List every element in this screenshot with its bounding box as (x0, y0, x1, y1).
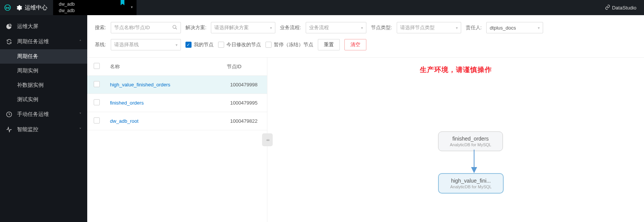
sidebar-label: 手动任务运维 (17, 111, 49, 118)
svg-point-1 (173, 25, 176, 28)
owner-select[interactable]: dtplus_docs▾ (486, 22, 543, 33)
search-label: 搜索: (95, 24, 106, 31)
row-checkbox[interactable] (94, 81, 100, 87)
production-warning: 生产环境，请谨慎操作 (420, 65, 492, 74)
modified-today-checkbox[interactable]: 今日修改的节点 (218, 41, 261, 48)
chevron-down-icon: ▾ (176, 43, 177, 47)
col-name-header: 名称 (106, 58, 207, 76)
top-bar: 运维中心 dw_adb dw_adb ▾ DataStudio (0, 0, 644, 15)
solution-label: 解决方案: (185, 24, 207, 31)
reset-button[interactable]: 重置 (318, 39, 340, 50)
tab-line2: dw_adb (59, 8, 131, 14)
chevron-down-icon: ▾ (456, 26, 458, 30)
checkbox-icon: ✓ (185, 42, 192, 48)
task-id: 1000479995 (207, 94, 267, 112)
settings-icon[interactable] (15, 4, 23, 11)
sidebar-label: 运维大屏 (17, 23, 38, 30)
my-nodes-checkbox[interactable]: ✓我的节点 (185, 41, 214, 48)
solution-select[interactable]: 请选择解决方案▾ (211, 22, 275, 33)
chevron-down-icon: ▾ (270, 26, 272, 30)
cycle-icon (6, 38, 13, 45)
pie-chart-icon (6, 23, 13, 30)
paused-nodes-checkbox[interactable]: 暂停（冻结）节点 (265, 41, 313, 48)
task-id: 1000479822 (207, 112, 267, 130)
bookmark-icon[interactable] (121, 0, 125, 8)
sidebar-label: 智能监控 (17, 126, 38, 133)
datastudio-link[interactable]: DataStudio (597, 5, 644, 11)
graph-node-child[interactable]: high_value_fini... AnalyticDB for MySQL (438, 173, 504, 194)
pane-splitter[interactable]: « » (262, 133, 273, 146)
workspace-tab[interactable]: dw_adb dw_adb ▾ (53, 0, 137, 15)
sidebar-subitem-test-instances[interactable]: 测试实例 (0, 92, 87, 107)
activity-icon (6, 126, 13, 133)
table-row[interactable]: finished_orders 1000479995 (87, 94, 267, 112)
sidebar-item-manual-ops[interactable]: 手动任务运维 ˅ (0, 107, 87, 122)
app-title: 运维中心 (23, 4, 53, 11)
sidebar-subitem-cycle-instances[interactable]: 周期实例 (0, 64, 87, 78)
app-logo-icon[interactable] (0, 0, 15, 15)
node-subtitle: AnalyticDB for MySQL (450, 142, 491, 147)
tab-line1: dw_adb (59, 1, 131, 8)
sidebar-item-smart-monitor[interactable]: 智能监控 ˅ (0, 122, 87, 137)
graph-pane: « » 生产环境，请谨慎操作 finished_orders AnalyticD… (267, 58, 644, 222)
sidebar-label: 周期任务运维 (17, 38, 49, 45)
search-input[interactable]: 节点名称/节点ID (111, 22, 181, 33)
nodetype-label: 节点类型: (371, 24, 392, 31)
task-id: 1000479998 (207, 76, 267, 94)
col-id-header: 节点ID (207, 58, 267, 76)
link-icon (605, 5, 610, 11)
row-checkbox[interactable] (94, 99, 100, 105)
owner-label: 责任人: (466, 24, 482, 31)
chevron-down-icon: ▾ (361, 26, 363, 30)
baseline-select[interactable]: 请选择基线▾ (111, 39, 181, 50)
hand-icon (6, 111, 13, 118)
search-icon[interactable] (172, 25, 177, 31)
task-table: 名称 节点ID high_value_finished_orders 10004… (87, 58, 267, 222)
baseline-label: 基线: (95, 41, 106, 48)
table-row[interactable]: high_value_finished_orders 1000479998 (87, 76, 267, 94)
table-row[interactable]: dw_adb_root 1000479822 (87, 112, 267, 130)
graph-edge (471, 150, 477, 173)
chevron-down-icon: ˅ (79, 112, 82, 117)
select-all-checkbox[interactable] (94, 63, 100, 69)
sidebar: 运维大屏 周期任务运维 ˄ 周期任务 周期实例 补数据实例 测试实例 手动任务运… (0, 15, 87, 222)
sidebar-subitem-patch-instances[interactable]: 补数据实例 (0, 78, 87, 92)
sidebar-item-cycle-ops[interactable]: 周期任务运维 ˄ (0, 34, 87, 49)
node-label: high_value_fini... (450, 178, 492, 184)
checkbox-icon (265, 42, 272, 48)
task-name-link[interactable]: finished_orders (110, 100, 144, 106)
task-name-link[interactable]: dw_adb_root (110, 118, 138, 124)
chevron-down-icon: ▾ (538, 26, 540, 30)
row-checkbox[interactable] (94, 117, 100, 124)
flow-select[interactable]: 业务流程▾ (306, 22, 366, 33)
chevron-down-icon[interactable]: ▾ (131, 5, 133, 10)
sidebar-item-dashboard[interactable]: 运维大屏 (0, 19, 87, 34)
sidebar-subitem-cycle-tasks[interactable]: 周期任务 (0, 49, 87, 64)
node-subtitle: AnalyticDB for MySQL (450, 184, 492, 189)
datastudio-label: DataStudio (612, 5, 636, 11)
node-label: finished_orders (450, 136, 491, 142)
clear-button[interactable]: 清空 (344, 39, 366, 50)
graph-node-parent[interactable]: finished_orders AnalyticDB for MySQL (438, 131, 503, 151)
filter-bar: 搜索: 节点名称/节点ID 解决方案: 请选择解决方案▾ 业务流程: 业务流程▾… (87, 15, 644, 58)
chevron-up-icon: ˄ (79, 39, 82, 44)
nodetype-select[interactable]: 请选择节点类型▾ (397, 22, 461, 33)
checkbox-icon (218, 42, 224, 48)
flow-label: 业务流程: (280, 24, 301, 31)
task-name-link[interactable]: high_value_finished_orders (110, 82, 170, 88)
chevron-down-icon: ˅ (79, 127, 82, 132)
